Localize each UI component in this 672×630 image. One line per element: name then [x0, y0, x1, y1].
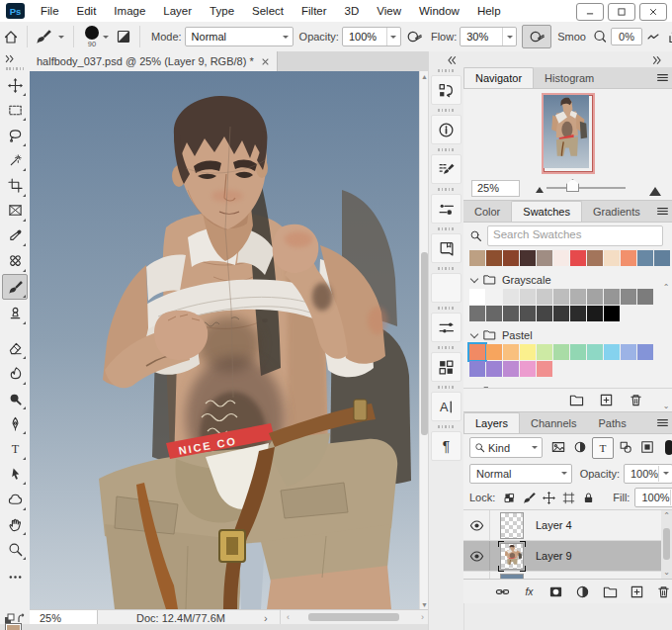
brush-tool[interactable] [2, 274, 28, 300]
add-mask-button[interactable] [547, 582, 565, 601]
swatch[interactable] [469, 289, 485, 305]
smoothing-options-icon[interactable] [642, 29, 664, 45]
layer-thumbnail[interactable] [500, 543, 524, 570]
layer-thumbnail[interactable] [500, 574, 524, 580]
panel-grip[interactable] [438, 267, 456, 270]
swatch[interactable] [570, 306, 586, 321]
scroll-left-icon[interactable]: ‹ [287, 612, 290, 622]
crop-tool[interactable] [3, 174, 27, 198]
foreground-color-swatch[interactable] [5, 623, 22, 630]
zoom-in-icon[interactable] [649, 181, 661, 196]
swatch[interactable] [486, 306, 502, 321]
character-panel-button[interactable]: A [431, 392, 462, 421]
menu-item-edit[interactable]: Edit [68, 0, 106, 22]
filter-image[interactable] [548, 437, 568, 457]
swatch[interactable] [486, 289, 502, 305]
toolbar-expand-icon[interactable] [0, 51, 30, 65]
status-options-chevron[interactable]: › [264, 612, 280, 624]
filter-toggle-pill[interactable] [665, 440, 672, 455]
menu-item-image[interactable]: Image [105, 0, 154, 22]
swatch[interactable] [570, 344, 586, 360]
panel-grip[interactable] [438, 69, 456, 72]
new-group-button[interactable] [601, 582, 619, 601]
swatch[interactable] [621, 344, 636, 360]
flow-select[interactable]: 30% [460, 27, 517, 46]
filter-smart-object[interactable] [637, 437, 657, 457]
swatch[interactable] [604, 306, 620, 321]
collapse-panels-icon[interactable] [651, 54, 667, 66]
brush-picker-chevron[interactable] [103, 36, 109, 42]
swatch[interactable] [520, 289, 536, 305]
tab-swatches[interactable]: Swatches [511, 201, 582, 222]
swatch[interactable] [486, 361, 502, 377]
delete-swatch-button[interactable] [626, 391, 645, 410]
navigator-zoom-field[interactable]: 25% [471, 180, 520, 197]
swatch-group-grayscale[interactable]: Grayscale [463, 270, 672, 289]
toolbar-grip[interactable] [6, 67, 24, 70]
link-layers-button[interactable] [493, 582, 511, 601]
libraries-panel-button[interactable] [431, 233, 462, 263]
brush-settings-panel-button[interactable] [431, 154, 462, 184]
swatch[interactable] [553, 306, 569, 321]
menu-item-help[interactable]: Help [468, 0, 510, 22]
tab-color[interactable]: Color [463, 202, 511, 222]
menu-item-select[interactable]: Select [243, 0, 293, 22]
menu-item-filter[interactable]: Filter [293, 0, 336, 22]
layer-row-layer-10[interactable]: Layer 10 [463, 572, 672, 579]
paragraph-panel-button[interactable]: ¶ [431, 431, 462, 461]
zoom-out-icon[interactable] [536, 183, 544, 193]
scroll-right-icon[interactable]: › [421, 612, 424, 622]
path-select-tool[interactable] [3, 462, 27, 486]
swatch[interactable] [520, 250, 536, 266]
canvas-artwork[interactable]: NICE CO [30, 71, 419, 609]
properties-panel-button[interactable] [431, 313, 462, 342]
swatch[interactable] [587, 250, 603, 266]
panel-grip[interactable] [438, 346, 456, 349]
eraser-tool[interactable] [3, 336, 27, 360]
swatch[interactable] [503, 344, 519, 360]
minimize-button[interactable] [576, 3, 604, 21]
layer-blend-mode-select[interactable]: Normal [469, 464, 572, 484]
layers-menu-icon[interactable] [656, 416, 669, 429]
layer-row-layer-9[interactable]: Layer 9 [463, 541, 672, 572]
frame-tool[interactable] [3, 199, 27, 223]
canvas[interactable]: NICE CO [30, 71, 419, 609]
navigator-menu-icon[interactable] [656, 71, 669, 84]
menu-item-view[interactable]: View [368, 0, 410, 22]
swatch[interactable] [587, 344, 603, 360]
swatch[interactable] [520, 344, 536, 360]
blend-mode-select[interactable]: Normal [185, 27, 294, 46]
swatch[interactable] [520, 306, 536, 321]
panel-grip[interactable] [438, 148, 456, 151]
swatch[interactable] [503, 289, 519, 305]
swatch[interactable] [537, 289, 552, 305]
swatch[interactable] [553, 250, 569, 266]
history-panel-button[interactable] [431, 75, 462, 105]
brushes-panel-button[interactable] [431, 194, 462, 224]
type-tool[interactable]: T [3, 437, 27, 461]
edit-toolbar-ellipsis-icon[interactable] [3, 565, 27, 588]
home-button[interactable] [0, 29, 22, 45]
layer-fill-select[interactable]: 100% [634, 488, 672, 507]
patterns-panel-button[interactable] [431, 352, 462, 382]
swatch[interactable] [520, 361, 536, 377]
tab-channels[interactable]: Channels [520, 413, 587, 433]
close-button[interactable] [639, 3, 667, 21]
tool-preset-button[interactable] [33, 29, 54, 45]
panel-grip[interactable] [438, 188, 456, 191]
shape-tool[interactable] [3, 488, 27, 511]
opacity-select[interactable]: 100% [342, 27, 401, 46]
vertical-scroll-thumb[interactable] [421, 252, 428, 435]
swatch[interactable] [604, 250, 620, 266]
swatch[interactable] [587, 289, 603, 305]
swatch[interactable] [553, 289, 569, 305]
swatch[interactable] [570, 289, 586, 305]
eyedropper-tool[interactable] [3, 224, 27, 247]
swatch[interactable] [553, 344, 569, 360]
toggle-brush-settings-button[interactable] [113, 29, 134, 45]
swatch[interactable] [621, 250, 636, 266]
layers-scrollbar[interactable]: ⌃ ⌄ [661, 510, 672, 579]
layer-filter-select[interactable]: Kind [469, 437, 543, 458]
zoom-level-field[interactable]: 25% [30, 610, 98, 625]
swatches-menu-icon[interactable] [656, 205, 669, 218]
